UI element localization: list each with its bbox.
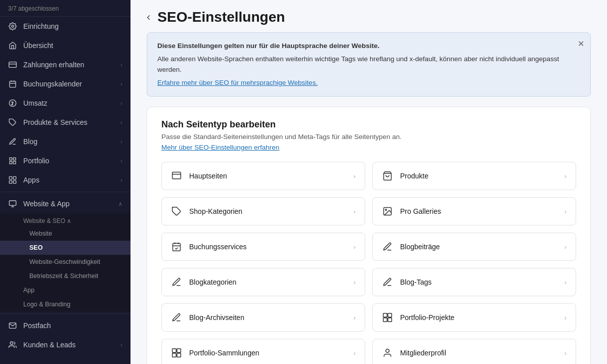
- info-banner: Diese Einstellungen gelten nur für die H…: [147, 32, 591, 97]
- banner-text: Alle anderen Website-Sprachen enthalten …: [157, 54, 570, 75]
- svg-rect-28: [173, 243, 181, 251]
- progress-indicator: 3/7 abgeschlossen: [0, 0, 131, 17]
- svg-point-21: [10, 342, 13, 344]
- sidebar-label-portfolio: Portfolio: [23, 157, 114, 165]
- card-label-buchungsservices: Buchungsservices: [189, 243, 346, 251]
- chevron-right-icon: ›: [565, 349, 567, 357]
- mail-icon: [8, 321, 17, 330]
- card-blogkategorien[interactable]: Blogkategorien ›: [161, 268, 365, 296]
- svg-point-0: [12, 25, 14, 27]
- sidebar-item-zahlungen[interactable]: Zahlungen erhalten ›: [0, 55, 131, 74]
- svg-rect-11: [13, 158, 16, 160]
- chevron-right-icon: ›: [354, 349, 356, 357]
- card-label-blog-tags: Blog-Tags: [400, 278, 557, 286]
- sidebar-item-postfach[interactable]: Postfach: [0, 316, 131, 335]
- sidebar-item-kunden[interactable]: Kunden & Leads ›: [0, 335, 131, 354]
- svg-rect-22: [172, 172, 181, 179]
- card-pro-galleries[interactable]: Pro Galleries ›: [372, 197, 576, 225]
- sidebar-item-umsatz[interactable]: Umsatz ›: [0, 94, 131, 113]
- sidebar-item-uebersicht[interactable]: Übersicht: [0, 36, 131, 55]
- card-label-portfolio-projekte: Portfolio-Projekte: [400, 313, 557, 322]
- sidebar-label-website-app: Website & App: [23, 200, 112, 208]
- banner-close-button[interactable]: ✕: [578, 38, 584, 50]
- sidebar-label-kunden: Kunden & Leads: [23, 341, 114, 349]
- chevron-right-icon: ›: [120, 139, 122, 145]
- sidebar-sub-item-app[interactable]: App: [0, 283, 131, 297]
- user-circle-icon: [382, 347, 393, 358]
- card-label-shop-kategorien: Shop-Kategorien: [189, 207, 346, 215]
- svg-rect-33: [388, 313, 392, 317]
- svg-rect-18: [9, 201, 16, 205]
- card-portfolio-projekte[interactable]: Portfolio-Projekte ›: [372, 303, 576, 332]
- card-blog-archivseiten[interactable]: Blog-Archivseiten ›: [161, 303, 365, 332]
- home-icon: [8, 41, 17, 50]
- card-produkte[interactable]: Produkte ›: [372, 162, 576, 190]
- monitor-icon: [8, 199, 17, 208]
- svg-rect-16: [9, 180, 12, 183]
- sidebar-sub-item-website[interactable]: Website: [0, 226, 131, 241]
- svg-rect-1: [9, 62, 17, 68]
- seo-section: Nach Seitentyp bearbeiten Passe die Stan…: [147, 107, 591, 364]
- card-portfolio-sammlungen[interactable]: Portfolio-Sammlungen ›: [161, 339, 365, 364]
- svg-rect-14: [9, 176, 12, 179]
- svg-rect-36: [172, 349, 177, 353]
- sidebar-sub-item-logo-branding[interactable]: Logo & Branding: [0, 297, 131, 311]
- chevron-right-icon: ›: [565, 208, 567, 215]
- svg-rect-34: [383, 318, 387, 322]
- chevron-right-icon: ›: [120, 177, 122, 183]
- credit-card-icon: [8, 60, 17, 69]
- pen2-icon: [171, 277, 182, 288]
- sidebar-item-apps[interactable]: Apps ›: [0, 170, 131, 190]
- sidebar-sub-item-betriebszeit[interactable]: Betriebszeit & Sicherheit: [0, 269, 131, 283]
- sidebar-sub-item-website-geschwindigkeit[interactable]: Website-Geschwindigkeit: [0, 255, 131, 269]
- chevron-right-icon: ›: [354, 279, 356, 286]
- browser-icon: [171, 170, 182, 181]
- svg-rect-13: [10, 161, 12, 164]
- sidebar-item-einrichtung[interactable]: Einrichtung: [0, 17, 131, 36]
- sidebar-label-uebersicht: Übersicht: [23, 41, 122, 50]
- chevron-right-icon: ›: [354, 314, 356, 322]
- sidebar: 3/7 abgeschlossen Einrichtung Übersicht …: [0, 0, 131, 364]
- svg-rect-10: [10, 158, 12, 160]
- card-blog-tags[interactable]: Blog-Tags ›: [372, 268, 576, 296]
- card-label-portfolio-sammlungen: Portfolio-Sammlungen: [189, 349, 346, 357]
- card-label-hauptseiten: Hauptseiten: [189, 172, 346, 180]
- card-shop-kategorien[interactable]: Shop-Kategorien ›: [161, 197, 365, 225]
- svg-rect-38: [172, 353, 177, 357]
- sidebar-label-postfach: Postfach: [23, 322, 122, 330]
- chevron-right-icon: ›: [120, 342, 122, 348]
- sidebar-label-produkte: Produkte & Services: [23, 118, 114, 126]
- card-hauptseiten[interactable]: Hauptseiten ›: [161, 162, 365, 190]
- section-link[interactable]: Mehr über SEO-Einstellungen erfahren: [161, 144, 279, 151]
- sidebar-item-blog[interactable]: Blog ›: [0, 132, 131, 151]
- svg-rect-3: [10, 81, 16, 87]
- chevron-right-icon: ›: [565, 172, 567, 180]
- card-label-mitgliederprofil: Mitgliederprofil: [400, 349, 557, 357]
- sidebar-item-produkte[interactable]: Produkte & Services ›: [0, 113, 131, 132]
- card-blogbeitraege[interactable]: Blogbeiträge ›: [372, 233, 576, 261]
- banner-title: Diese Einstellungen gelten nur für die H…: [157, 41, 570, 51]
- apps-icon: [8, 175, 17, 185]
- page-header: ‹ SEO-Einstellungen: [131, 0, 607, 32]
- pen4-icon: [171, 312, 182, 323]
- sidebar-item-website-app[interactable]: Website & App ∧: [0, 194, 131, 213]
- portfolio2-icon: [382, 312, 393, 323]
- card-label-blogbeitraege: Blogbeiträge: [400, 243, 557, 251]
- chevron-up-icon: ∧: [118, 201, 122, 207]
- sidebar-sub-item-seo[interactable]: SEO: [0, 241, 131, 255]
- svg-rect-37: [177, 349, 181, 353]
- main-content: ‹ SEO-Einstellungen Diese Einstellungen …: [131, 0, 607, 364]
- sidebar-sub-website-seo-label[interactable]: Website & SEO ∧: [0, 213, 131, 226]
- banner-link[interactable]: Erfahre mehr über SEO für mehrsprachige …: [157, 79, 318, 86]
- sidebar-item-buchungskalender[interactable]: Buchungskalender ›: [0, 74, 131, 94]
- sidebar-label-zahlungen: Zahlungen erhalten: [23, 61, 114, 69]
- sidebar-item-portfolio[interactable]: Portfolio ›: [0, 151, 131, 170]
- sidebar-label-blog: Blog: [23, 138, 114, 146]
- image-icon: [382, 206, 393, 217]
- card-buchungsservices[interactable]: Buchungsservices ›: [161, 233, 365, 261]
- back-button[interactable]: ‹: [147, 11, 150, 24]
- card-mitgliederprofil[interactable]: Mitgliederprofil ›: [372, 339, 576, 364]
- dollar-icon: [8, 99, 17, 108]
- sidebar-label-einrichtung: Einrichtung: [23, 22, 122, 30]
- pen-icon: [382, 241, 393, 252]
